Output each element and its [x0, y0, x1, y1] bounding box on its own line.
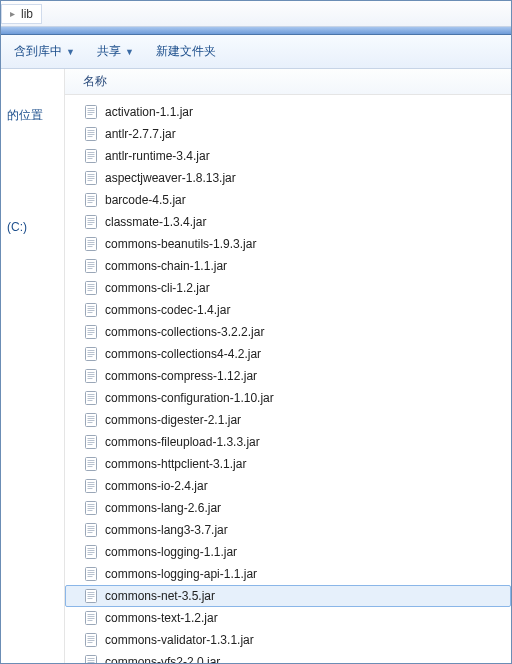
- file-icon: [83, 434, 99, 450]
- file-row[interactable]: commons-fileupload-1.3.3.jar: [65, 431, 511, 453]
- nav-item[interactable]: [5, 168, 60, 176]
- svg-rect-41: [88, 284, 95, 285]
- file-row[interactable]: commons-lang3-3.7.jar: [65, 519, 511, 541]
- file-row[interactable]: commons-httpclient-3.1.jar: [65, 453, 511, 475]
- file-icon: [83, 588, 99, 604]
- file-name: commons-collections4-4.2.jar: [105, 347, 261, 361]
- svg-rect-89: [88, 488, 93, 489]
- svg-rect-92: [88, 506, 95, 507]
- file-row[interactable]: commons-text-1.2.jar: [65, 607, 511, 629]
- file-row[interactable]: commons-codec-1.4.jar: [65, 299, 511, 321]
- nav-item[interactable]: [5, 200, 60, 208]
- file-name: classmate-1.3.4.jar: [105, 215, 206, 229]
- svg-rect-106: [88, 570, 95, 571]
- svg-rect-49: [88, 312, 93, 313]
- file-row[interactable]: commons-collections4-4.2.jar: [65, 343, 511, 365]
- svg-rect-18: [88, 178, 95, 179]
- file-name: commons-httpclient-3.1.jar: [105, 457, 246, 471]
- file-row[interactable]: commons-validator-1.3.1.jar: [65, 629, 511, 651]
- svg-rect-86: [88, 482, 95, 483]
- nav-item[interactable]: [5, 128, 60, 136]
- svg-rect-43: [88, 288, 95, 289]
- nav-item[interactable]: [5, 176, 60, 184]
- file-name: commons-codec-1.4.jar: [105, 303, 230, 317]
- svg-rect-9: [88, 136, 93, 137]
- file-icon: [83, 390, 99, 406]
- svg-rect-28: [88, 222, 95, 223]
- svg-rect-21: [88, 196, 95, 197]
- file-name: commons-collections-3.2.2.jar: [105, 325, 264, 339]
- nav-item[interactable]: [5, 184, 60, 192]
- file-icon: [83, 456, 99, 472]
- column-header-name[interactable]: 名称: [65, 69, 511, 95]
- nav-item[interactable]: [5, 238, 60, 246]
- file-icon: [83, 148, 99, 164]
- file-row[interactable]: commons-configuration-1.10.jar: [65, 387, 511, 409]
- breadcrumb[interactable]: ▸ lib: [1, 4, 42, 24]
- svg-rect-26: [88, 218, 95, 219]
- nav-item[interactable]: [5, 160, 60, 168]
- file-name: commons-cli-1.2.jar: [105, 281, 210, 295]
- file-name: commons-lang-2.6.jar: [105, 501, 221, 515]
- file-name: commons-digester-2.1.jar: [105, 413, 241, 427]
- file-row[interactable]: commons-beanutils-1.9.3.jar: [65, 233, 511, 255]
- chevron-down-icon: ▼: [66, 47, 75, 57]
- nav-item[interactable]: [5, 136, 60, 144]
- file-row[interactable]: commons-logging-api-1.1.jar: [65, 563, 511, 585]
- file-row[interactable]: antlr-2.7.7.jar: [65, 123, 511, 145]
- include-in-library-button[interactable]: 含到库中 ▼: [5, 38, 84, 65]
- svg-rect-6: [88, 130, 95, 131]
- file-name: commons-io-2.4.jar: [105, 479, 208, 493]
- chevron-down-icon: ▼: [125, 47, 134, 57]
- svg-rect-54: [88, 334, 93, 335]
- file-name: activation-1.1.jar: [105, 105, 193, 119]
- file-row[interactable]: antlr-runtime-3.4.jar: [65, 145, 511, 167]
- file-row[interactable]: commons-vfs2-2.0.jar: [65, 651, 511, 663]
- file-list[interactable]: activation-1.1.jarantlr-2.7.7.jarantlr-r…: [65, 95, 511, 663]
- file-row[interactable]: commons-logging-1.1.jar: [65, 541, 511, 563]
- nav-item[interactable]: [5, 152, 60, 160]
- nav-item[interactable]: [5, 87, 60, 95]
- nav-item[interactable]: [5, 208, 60, 216]
- file-row[interactable]: commons-cli-1.2.jar: [65, 277, 511, 299]
- file-icon: [83, 500, 99, 516]
- svg-rect-107: [88, 572, 95, 573]
- file-name: commons-logging-1.1.jar: [105, 545, 237, 559]
- file-icon: [83, 126, 99, 142]
- chevron-right-icon: ▸: [10, 8, 15, 19]
- svg-rect-47: [88, 308, 95, 309]
- file-row[interactable]: commons-collections-3.2.2.jar: [65, 321, 511, 343]
- nav-item[interactable]: [5, 192, 60, 200]
- svg-rect-56: [88, 350, 95, 351]
- share-button[interactable]: 共享 ▼: [88, 38, 143, 65]
- svg-rect-122: [88, 638, 95, 639]
- file-row[interactable]: commons-net-3.5.jar: [65, 585, 511, 607]
- svg-rect-109: [88, 576, 93, 577]
- nav-item[interactable]: (C:): [5, 216, 60, 238]
- svg-rect-13: [88, 156, 95, 157]
- nav-item[interactable]: 的位置: [5, 103, 60, 128]
- file-name: commons-chain-1.1.jar: [105, 259, 227, 273]
- file-name: commons-logging-api-1.1.jar: [105, 567, 257, 581]
- file-row[interactable]: classmate-1.3.4.jar: [65, 211, 511, 233]
- file-row[interactable]: activation-1.1.jar: [65, 101, 511, 123]
- file-row[interactable]: commons-io-2.4.jar: [65, 475, 511, 497]
- file-row[interactable]: commons-compress-1.12.jar: [65, 365, 511, 387]
- new-folder-button[interactable]: 新建文件夹: [147, 38, 225, 65]
- svg-rect-17: [88, 176, 95, 177]
- svg-rect-117: [88, 616, 95, 617]
- nav-pane: 的位置(C:): [1, 69, 65, 663]
- svg-rect-66: [88, 394, 95, 395]
- nav-item[interactable]: [5, 144, 60, 152]
- nav-item[interactable]: [5, 79, 60, 87]
- file-row[interactable]: commons-lang-2.6.jar: [65, 497, 511, 519]
- file-row[interactable]: aspectjweaver-1.8.13.jar: [65, 167, 511, 189]
- nav-item[interactable]: [5, 95, 60, 103]
- file-row[interactable]: commons-digester-2.1.jar: [65, 409, 511, 431]
- svg-rect-87: [88, 484, 95, 485]
- svg-rect-52: [88, 330, 95, 331]
- svg-rect-53: [88, 332, 95, 333]
- svg-rect-34: [88, 246, 93, 247]
- file-row[interactable]: barcode-4.5.jar: [65, 189, 511, 211]
- file-row[interactable]: commons-chain-1.1.jar: [65, 255, 511, 277]
